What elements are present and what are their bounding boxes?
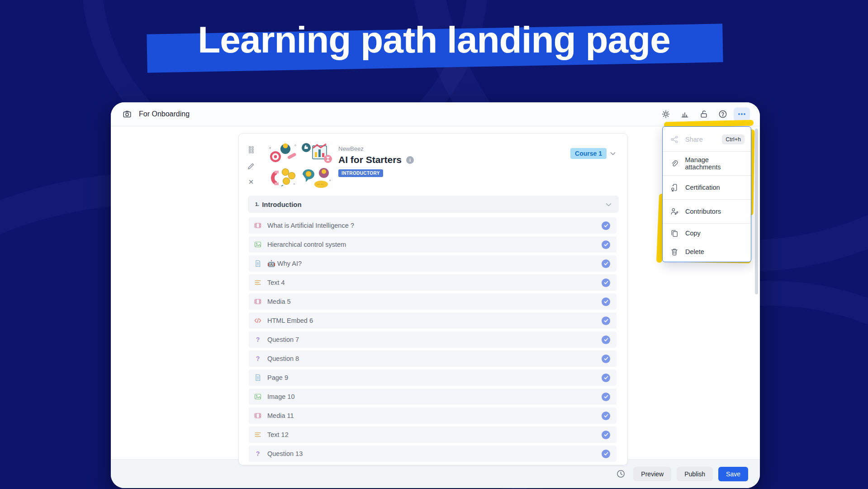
keyboard-shortcut-badge: Ctrl+h <box>722 134 745 144</box>
certificate-icon <box>670 183 678 192</box>
text-icon <box>254 431 261 438</box>
lesson-row[interactable]: Text 4 <box>249 274 617 291</box>
check-circle-icon[interactable] <box>602 221 610 230</box>
course-controls: ✕ <box>248 146 254 185</box>
svg-text:?: ? <box>256 355 260 362</box>
more-options-icon[interactable] <box>734 107 750 121</box>
check-circle-icon[interactable] <box>602 336 610 344</box>
save-button[interactable]: Save <box>718 467 748 481</box>
collage-image <box>266 166 299 189</box>
lesson-label: HTML Embed 6 <box>267 317 313 324</box>
publish-button[interactable]: Publish <box>677 467 713 481</box>
check-circle-icon[interactable] <box>602 355 610 363</box>
help-icon[interactable] <box>715 107 731 121</box>
history-clock-icon[interactable] <box>617 470 625 478</box>
lesson-row[interactable]: Media 11 <box>249 408 617 424</box>
media-icon <box>254 222 261 229</box>
lesson-row[interactable]: ? Question 7 <box>249 331 617 348</box>
chevron-down-icon <box>610 152 616 155</box>
drag-handle-icon[interactable] <box>249 146 254 153</box>
edit-pencil-icon[interactable] <box>248 163 255 169</box>
section-title: Introduction <box>262 201 301 208</box>
unlock-icon[interactable] <box>696 107 712 121</box>
question-icon: ? <box>254 336 261 343</box>
settings-icon[interactable] <box>658 107 674 121</box>
menu-item-copy[interactable]: Copy <box>663 224 751 242</box>
lesson-label: Media 11 <box>267 412 294 419</box>
course-badge: Course 1 <box>570 148 607 159</box>
toolbar <box>658 107 750 121</box>
lesson-label: Hierarchical control system <box>267 241 346 248</box>
collage-image <box>266 142 299 165</box>
course-thumbnail-collage <box>266 142 333 189</box>
course-selector[interactable]: Course 1 <box>570 148 616 159</box>
paperclip-icon <box>670 159 678 168</box>
media-icon <box>254 412 261 419</box>
check-circle-icon[interactable] <box>602 259 610 268</box>
menu-item-label: Certification <box>685 184 720 191</box>
collage-image <box>300 166 333 189</box>
lesson-row[interactable]: Media 5 <box>249 293 617 310</box>
window-topbar: For Onboarding <box>111 102 760 126</box>
section-number: 1. <box>255 201 259 207</box>
course-header: ✕ <box>239 134 627 197</box>
menu-item-certification[interactable]: Certification <box>663 176 751 199</box>
copy-icon <box>670 229 678 237</box>
preview-button[interactable]: Preview <box>633 467 671 481</box>
menu-item-delete[interactable]: Delete <box>663 242 751 261</box>
lesson-row[interactable]: HTML Embed 6 <box>249 312 617 329</box>
lesson-label: Media 5 <box>267 298 291 305</box>
course-meta: NewBeez AI for Starters i INTRODUCTORY <box>338 145 414 177</box>
lesson-row[interactable]: ? Question 13 <box>249 446 617 462</box>
lesson-label: Question 8 <box>267 355 299 362</box>
check-circle-icon[interactable] <box>602 431 610 439</box>
camera-icon[interactable] <box>123 110 132 119</box>
check-circle-icon[interactable] <box>602 374 610 382</box>
menu-item-label: Manage attachments <box>685 156 745 171</box>
lesson-row[interactable]: 🤖 Why AI? <box>249 255 617 272</box>
page-title: Learning path landing page <box>0 13 868 67</box>
close-icon[interactable]: ✕ <box>248 178 254 185</box>
image-icon <box>254 393 261 400</box>
menu-item-manage-attachments[interactable]: Manage attachments <box>663 152 751 175</box>
analytics-icon[interactable] <box>677 107 693 121</box>
scrollbar[interactable] <box>755 129 758 294</box>
collage-image <box>300 142 333 165</box>
lesson-row[interactable]: ? Question 8 <box>249 350 617 367</box>
text-icon <box>254 279 261 286</box>
course-title: AI for Starters <box>338 154 402 165</box>
lesson-row[interactable]: What is Artificial Intelligence ? <box>249 217 617 234</box>
svg-text:?: ? <box>256 450 260 457</box>
page-icon <box>254 374 261 381</box>
lesson-label: Question 7 <box>267 336 299 343</box>
lesson-row[interactable]: Text 12 <box>249 427 617 443</box>
menu-item-label: Copy <box>685 230 701 237</box>
info-icon[interactable]: i <box>406 156 414 164</box>
level-badge: INTRODUCTORY <box>338 169 383 177</box>
check-circle-icon[interactable] <box>602 393 610 401</box>
question-icon: ? <box>254 450 261 457</box>
svg-text:?: ? <box>256 336 260 343</box>
check-circle-icon[interactable] <box>602 316 610 325</box>
page-icon <box>254 260 261 267</box>
menu-item-contributors[interactable]: Contributors <box>663 200 751 223</box>
brand-name: NewBeez <box>338 145 414 152</box>
lesson-label: Page 9 <box>267 374 288 381</box>
lesson-row[interactable]: Image 10 <box>249 388 617 405</box>
trash-icon <box>670 248 678 256</box>
check-circle-icon[interactable] <box>602 450 610 458</box>
section-header[interactable]: 1. Introduction <box>248 196 619 213</box>
window-title: For Onboarding <box>139 110 190 118</box>
lesson-list: What is Artificial Intelligence ? Hierar… <box>249 217 617 462</box>
lesson-row[interactable]: Page 9 <box>249 369 617 386</box>
menu-item-share[interactable]: Share Ctrl+h <box>663 128 751 151</box>
learning-path-card: ✕ <box>238 133 628 465</box>
check-circle-icon[interactable] <box>602 412 610 420</box>
chevron-down-icon[interactable] <box>606 200 612 208</box>
check-circle-icon[interactable] <box>602 297 610 306</box>
lesson-row[interactable]: Hierarchical control system <box>249 236 617 253</box>
question-icon: ? <box>254 355 261 362</box>
check-circle-icon[interactable] <box>602 240 610 249</box>
check-circle-icon[interactable] <box>602 278 610 287</box>
media-icon <box>254 298 261 305</box>
